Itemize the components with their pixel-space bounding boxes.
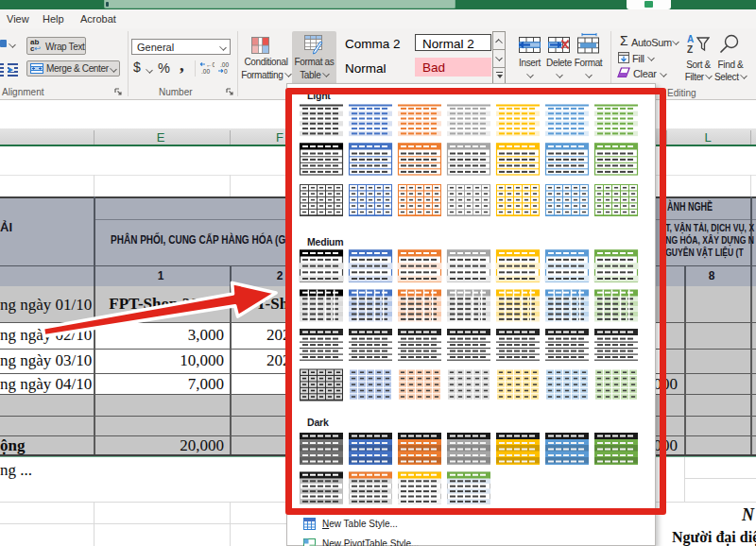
svg-text:0: 0	[224, 68, 228, 75]
svg-text:←0: ←0	[206, 61, 215, 68]
svg-text:A: A	[687, 34, 694, 44]
svg-text:Z: Z	[687, 44, 693, 54]
svg-text:.00: .00	[220, 61, 229, 68]
svg-text:.00: .00	[201, 68, 210, 75]
